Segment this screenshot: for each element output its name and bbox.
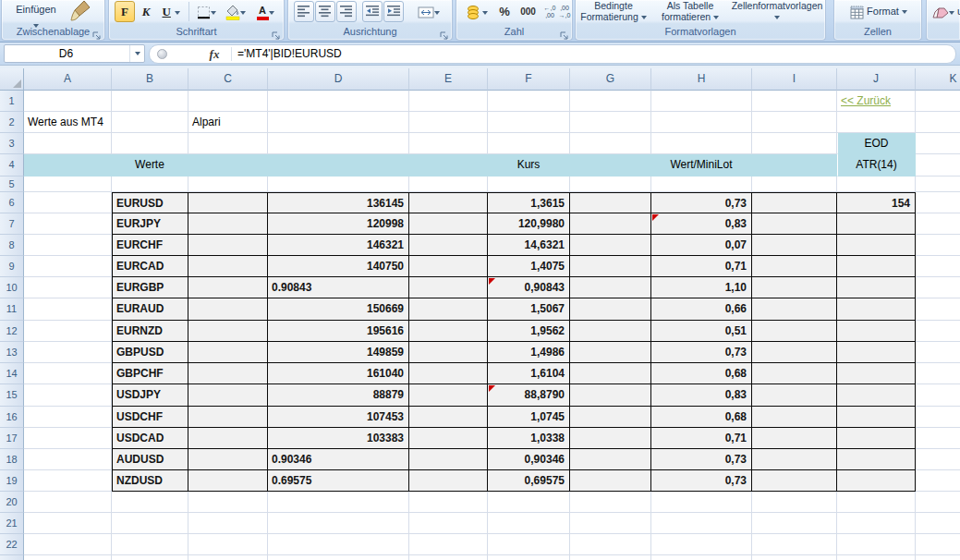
cell-G6[interactable]: [570, 192, 651, 213]
cell-H13[interactable]: 0,73: [651, 342, 752, 363]
row-header-10[interactable]: 10: [0, 277, 24, 298]
cell-F13[interactable]: 1,4986: [488, 342, 570, 363]
cell-D19[interactable]: 0.69575: [268, 470, 409, 492]
cell-J5[interactable]: [837, 177, 916, 192]
align-right-button[interactable]: [336, 1, 357, 22]
cell-C4[interactable]: [188, 154, 268, 177]
cell-C22[interactable]: [188, 534, 268, 555]
cell-F5[interactable]: [488, 177, 570, 192]
cell-K21[interactable]: [916, 513, 960, 534]
cell-C18[interactable]: [188, 449, 268, 470]
cell-E3[interactable]: [409, 133, 488, 154]
cell-A18[interactable]: [24, 449, 112, 470]
cell-E13[interactable]: [409, 342, 488, 363]
cell-K2[interactable]: [916, 112, 960, 133]
cell-E12[interactable]: [409, 321, 488, 342]
cell-F1[interactable]: [488, 91, 570, 112]
cell-J14[interactable]: [837, 363, 916, 384]
cell-C19[interactable]: [188, 470, 268, 492]
cell-G20[interactable]: [570, 492, 651, 513]
cell-A20[interactable]: [24, 492, 112, 513]
cell-G5[interactable]: [570, 177, 651, 192]
cell-D21[interactable]: [268, 513, 409, 534]
cell-I22[interactable]: [752, 534, 837, 555]
cell-F15[interactable]: 88,8790: [488, 384, 570, 407]
cell-F7[interactable]: 120,9980: [488, 213, 570, 235]
cell-I17[interactable]: [752, 428, 837, 449]
cell-styles-button[interactable]: Zellenformatvorlagen: [729, 0, 825, 22]
cell-E7[interactable]: [409, 213, 488, 235]
row-header-6[interactable]: 6: [0, 192, 24, 213]
cell-D7[interactable]: 120998: [268, 213, 409, 235]
cell-G2[interactable]: [570, 112, 651, 133]
cell-I19[interactable]: [752, 470, 837, 492]
borders-button[interactable]: [192, 1, 220, 22]
cell-K19[interactable]: [916, 470, 960, 492]
cell-B21[interactable]: [112, 513, 188, 534]
row-header-23[interactable]: [0, 555, 24, 560]
hyperlink-zurueck[interactable]: << Zurück: [841, 94, 891, 107]
cell-C6[interactable]: [188, 192, 268, 213]
cell-A22[interactable]: [24, 534, 112, 555]
cell-C16[interactable]: [188, 407, 268, 428]
cell-A23[interactable]: [24, 555, 112, 560]
cell-A11[interactable]: [24, 298, 112, 321]
cell-C7[interactable]: [188, 213, 268, 235]
cell-J17[interactable]: [837, 428, 916, 449]
insert-function-button[interactable]: fx: [203, 45, 225, 63]
cell-G17[interactable]: [570, 428, 651, 449]
cell-J22[interactable]: [837, 534, 916, 555]
cell-H20[interactable]: [651, 492, 752, 513]
cell-E6[interactable]: [409, 192, 488, 213]
cell-D9[interactable]: 140750: [268, 256, 409, 277]
cell-F11[interactable]: 1,5067: [488, 298, 570, 321]
cell-H21[interactable]: [651, 513, 752, 534]
row-header-3[interactable]: 3: [0, 133, 24, 154]
decrease-decimal-button[interactable]: ,00 →,0: [557, 1, 572, 22]
cell-A2[interactable]: Werte aus MT4: [24, 112, 112, 133]
cell-I8[interactable]: [752, 235, 837, 256]
cell-B6[interactable]: EURUSD: [112, 192, 188, 213]
cell-J15[interactable]: [837, 384, 916, 407]
column-header-A[interactable]: A: [24, 68, 112, 91]
cell-D13[interactable]: 149859: [268, 342, 409, 363]
cell-B10[interactable]: EURGBP: [112, 277, 188, 298]
cell-D4[interactable]: [268, 154, 409, 177]
cell-A3[interactable]: [24, 133, 112, 154]
cell-J13[interactable]: [837, 342, 916, 363]
cell-K10[interactable]: [916, 277, 960, 298]
cell-H14[interactable]: 0,68: [651, 363, 752, 384]
comma-style-button[interactable]: 000: [516, 1, 541, 22]
cell-K3[interactable]: [916, 133, 960, 154]
cell-I10[interactable]: [752, 277, 837, 298]
cell-H17[interactable]: 0,71: [651, 428, 752, 449]
cell-I11[interactable]: [752, 298, 837, 321]
cell-F10[interactable]: 0,90843: [488, 277, 570, 298]
cell-I12[interactable]: [752, 321, 837, 342]
cell-J12[interactable]: [837, 321, 916, 342]
cell-E9[interactable]: [409, 256, 488, 277]
cell-I6[interactable]: [752, 192, 837, 213]
cell-D14[interactable]: 161040: [268, 363, 409, 384]
cell-E10[interactable]: [409, 277, 488, 298]
cell-F2[interactable]: [488, 112, 570, 133]
cell-H11[interactable]: 0,66: [651, 298, 752, 321]
cell-A1[interactable]: [24, 91, 112, 112]
cell-K6[interactable]: [916, 192, 960, 213]
cell-B3[interactable]: [112, 133, 188, 154]
cell-K9[interactable]: [916, 256, 960, 277]
cell-C3[interactable]: [188, 133, 268, 154]
format-as-table-button[interactable]: Als Tabelle formatieren: [655, 0, 725, 22]
cell-E1[interactable]: [409, 91, 488, 112]
row-header-5[interactable]: 5: [0, 177, 24, 192]
cell-C11[interactable]: [188, 298, 268, 321]
dialog-launcher-icon[interactable]: [439, 28, 449, 38]
cell-B5[interactable]: [112, 177, 188, 192]
cell-G7[interactable]: [570, 213, 651, 235]
font-color-button[interactable]: A: [251, 1, 279, 22]
cell-H7[interactable]: 0,83: [651, 213, 752, 235]
cell-I2[interactable]: [752, 112, 837, 133]
increase-indent-button[interactable]: [383, 1, 404, 22]
cell-D17[interactable]: 103383: [268, 428, 409, 449]
cell-E22[interactable]: [409, 534, 488, 555]
